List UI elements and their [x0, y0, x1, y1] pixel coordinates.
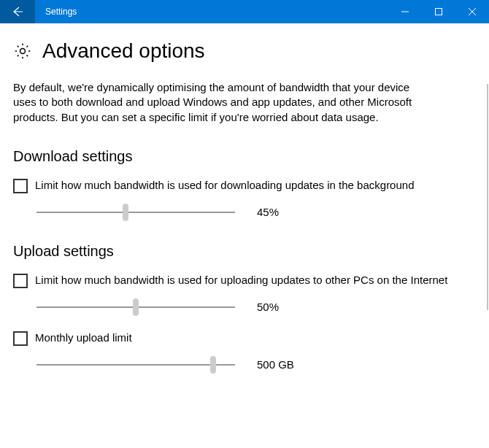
slider-track [36, 212, 235, 213]
download-limit-label: Limit how much bandwidth is used for dow… [35, 178, 415, 193]
close-button[interactable] [455, 0, 489, 23]
monthly-slider-row: 500 GB [13, 356, 476, 374]
monthly-limit-checkbox[interactable] [13, 331, 28, 346]
minimize-icon [401, 8, 409, 15]
window-controls [388, 0, 489, 23]
maximize-icon [435, 8, 442, 15]
monthly-slider-value: 500 GB [257, 358, 294, 371]
slider-track [36, 364, 235, 366]
page-header: Advanced options [13, 39, 476, 63]
back-button[interactable] [0, 0, 35, 23]
content-area: Advanced options By default, we're dynam… [0, 23, 489, 374]
back-arrow-icon [12, 6, 23, 18]
monthly-limit-row: Monthly upload limit [13, 331, 476, 346]
download-limit-row: Limit how much bandwidth is used for dow… [13, 178, 476, 193]
svg-rect-1 [436, 9, 442, 15]
download-slider-row: 45% [13, 204, 476, 221]
upload-slider-value: 50% [257, 301, 279, 313]
upload-heading: Upload settings [13, 243, 476, 260]
svg-point-4 [20, 49, 26, 54]
download-heading: Download settings [13, 148, 476, 165]
intro-text: By default, we're dynamically optimising… [13, 80, 422, 125]
titlebar: Settings [0, 0, 489, 23]
download-limit-checkbox[interactable] [13, 179, 28, 193]
monthly-upload-slider[interactable] [36, 356, 235, 374]
maximize-button[interactable] [422, 0, 455, 23]
upload-limit-label: Limit how much bandwidth is used for upl… [35, 273, 447, 287]
minimize-button[interactable] [388, 0, 422, 23]
slider-thumb[interactable] [123, 204, 128, 221]
download-bandwidth-slider[interactable] [36, 204, 235, 221]
slider-thumb[interactable] [133, 298, 139, 316]
upload-bandwidth-slider[interactable] [36, 298, 235, 316]
upload-limit-checkbox[interactable] [13, 274, 28, 288]
upload-slider-row: 50% [13, 298, 476, 316]
monthly-limit-label: Monthly upload limit [35, 331, 132, 345]
upload-limit-row: Limit how much bandwidth is used for upl… [13, 273, 476, 288]
close-icon [469, 8, 476, 15]
window-title: Settings [35, 7, 388, 17]
gear-icon [13, 42, 32, 61]
download-slider-value: 45% [257, 206, 279, 218]
slider-thumb[interactable] [210, 356, 216, 374]
page-title: Advanced options [42, 39, 205, 63]
